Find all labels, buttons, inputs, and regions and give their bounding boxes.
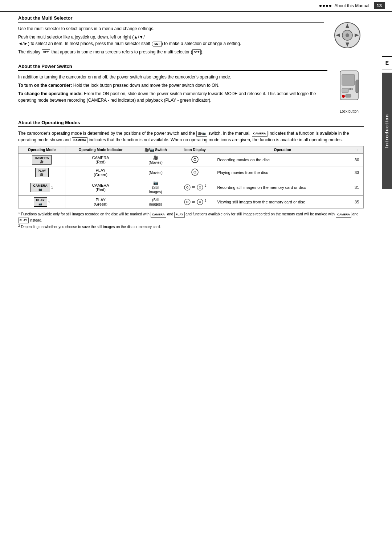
switch-still: 📷(Stillimages)	[136, 179, 175, 196]
e-tab-label: E	[385, 60, 389, 66]
footnote-2: 2 Depending on whether you choose to sav…	[18, 223, 364, 230]
switch-movies: 🎥(Movies)	[136, 154, 175, 166]
page-33: 33	[350, 166, 364, 179]
indicator-play-green-2: PLAY(Green)	[65, 196, 136, 208]
camera-unavailable-icon: CAMERA	[72, 137, 87, 143]
page-30: 30	[350, 154, 364, 166]
svg-point-18	[194, 171, 196, 173]
svg-rect-11	[342, 88, 348, 93]
icon-disc-1: ▶	[175, 154, 215, 166]
multi-selector-svg	[333, 21, 362, 50]
movie-still-icon: 🎥/📷	[196, 131, 207, 137]
multi-selector-section: About the Multi Selector Use the multi s…	[18, 15, 364, 57]
mode-badge-camera-movies: CAMERA🎥	[19, 154, 65, 166]
camera-available-icon: CAMERA	[252, 131, 268, 137]
e-tab: E	[382, 56, 392, 69]
table-row: PLAY🎥 PLAY(Green) (Movies) Playing movie…	[19, 166, 364, 179]
svg-point-19	[184, 185, 190, 190]
fn-play-mc-icon: PLAY	[18, 218, 29, 223]
switch-still-2: (Stillimages)	[136, 196, 175, 208]
operating-modes-table: Operating Mode Operating Mode Indicator …	[18, 146, 364, 208]
main-content: About the Multi Selector Use the multi s…	[0, 12, 382, 247]
power-switch-section: About the Power Switch In addition to tu…	[18, 64, 364, 113]
disc-or-card-icon-2: or 2	[184, 200, 206, 204]
svg-rect-8	[342, 74, 355, 85]
play-still-badge: PLAY📷	[34, 197, 47, 207]
page-31: 31	[350, 179, 364, 196]
svg-point-25	[197, 199, 203, 205]
card-icon-small	[196, 184, 204, 191]
superscript-2a: 2	[205, 184, 207, 187]
svg-point-23	[184, 199, 190, 205]
dot-3	[326, 5, 328, 7]
power-switch-text: About the Power Switch In addition to tu…	[18, 64, 327, 113]
svg-point-17	[192, 169, 198, 175]
power-switch-body: In addition to turning the camcorder on …	[18, 74, 327, 104]
col-operation: Operation	[215, 146, 350, 154]
svg-point-22	[199, 186, 201, 188]
multi-selector-text: About the Multi Selector Use the multi s…	[18, 15, 324, 57]
camcorder-svg: MODE	[338, 67, 360, 107]
power-switch-para-3: To change the operating mode: From the O…	[18, 90, 327, 104]
play-badge: PLAY🎥	[35, 168, 49, 177]
table-row: PLAY📷 1 PLAY(Green) (Stillimages)	[19, 196, 364, 208]
disc-icon-small-2	[184, 198, 191, 206]
disc-or-card-icon: or 2	[184, 185, 206, 189]
footnote-sup-2: 2	[18, 224, 20, 227]
page-number: 13	[374, 2, 385, 9]
multi-selector-image	[331, 19, 364, 52]
multi-selector-para-1: Use the multi selector to select options…	[18, 25, 324, 32]
svg-rect-9	[356, 80, 359, 93]
indicator-play-green: PLAY(Green)	[65, 166, 136, 179]
svg-point-20	[187, 186, 188, 188]
operating-modes-intro: The camcorder's operating mode is determ…	[18, 130, 364, 143]
top-header: About this Manual 13	[0, 0, 392, 12]
power-switch-para-2: To turn on the camcorder: Hold the lock …	[18, 82, 327, 89]
page-container: About this Manual 13 E Introduction Abou…	[0, 0, 392, 555]
lock-button-label: Lock button	[340, 109, 359, 113]
multi-selector-body: Use the multi selector to select options…	[18, 25, 324, 55]
set-display-icon: SET	[42, 49, 50, 55]
power-switch-heading: About the Power Switch	[18, 64, 327, 71]
op-view-still: Viewing still images from the memory car…	[215, 196, 350, 208]
set-inline-icon: SET	[192, 49, 201, 55]
svg-point-26	[199, 201, 201, 203]
right-sidebar: Introduction	[382, 73, 392, 189]
dot-2	[323, 5, 325, 7]
dot-4	[329, 5, 331, 7]
superscript-1a: 1	[51, 186, 53, 189]
icon-disc-2	[175, 166, 215, 179]
multi-selector-para-3: The display SET that appears in some men…	[18, 49, 324, 55]
op-play-movies: Playing movies from the disc	[215, 166, 350, 179]
operating-modes-heading: About the Operating Modes	[18, 120, 364, 127]
page-35: 35	[350, 196, 364, 208]
mode-badge-play-still: PLAY📷 1	[19, 196, 65, 208]
col-switch: 🎥/📷 Switch	[136, 146, 175, 154]
dot-1	[319, 5, 322, 7]
power-switch-para-1: In addition to turning the camcorder on …	[18, 74, 327, 80]
mode-badge-camera-still: CAMERA📷 1	[19, 179, 65, 196]
table-row: CAMERA🎥 CAMERA(Red) 🎥(Movies) ▶	[19, 154, 364, 166]
superscript-2b: 2	[205, 198, 207, 202]
multi-selector-para-2: Push the multi selector like a joystick …	[18, 34, 324, 47]
svg-point-21	[197, 185, 203, 190]
switch-movies-2: (Movies)	[136, 166, 175, 179]
svg-point-13	[342, 95, 345, 98]
camera-badge: CAMERA🎥	[32, 155, 52, 165]
fn-camera-mc-icon: CAMERA	[336, 212, 351, 218]
disc-play-icon	[191, 168, 199, 176]
footnotes: 1 Functions available only for still ima…	[18, 211, 364, 230]
sidebar-label: Introduction	[384, 114, 389, 148]
col-icon-display: Icon Display	[175, 146, 215, 154]
header-title: About this Manual	[334, 3, 369, 8]
operating-modes-para: The camcorder's operating mode is determ…	[18, 130, 364, 143]
disc-icon: ▶	[191, 155, 199, 163]
op-record-movies: Recording movies on the disc	[215, 154, 350, 166]
fn-camera-icon: CAMERA	[151, 212, 166, 218]
col-page: □	[350, 146, 364, 154]
icon-disc-card-2: or 2	[175, 196, 215, 208]
set-icon: SET	[153, 41, 162, 47]
power-switch-image: MODE Lock button	[335, 67, 364, 113]
svg-text:▶: ▶	[194, 157, 196, 159]
power-on-label: To turn on the camcorder:	[18, 83, 72, 88]
